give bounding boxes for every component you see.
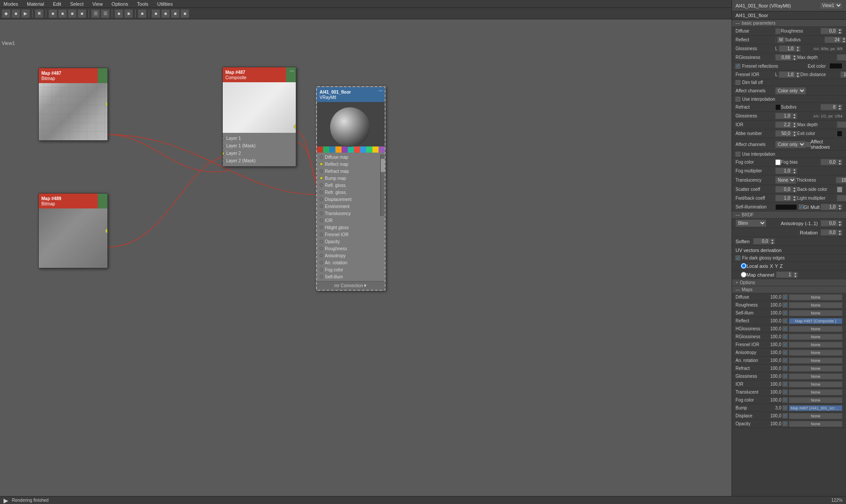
toolbar-btn-3[interactable]: ▶ (21, 9, 30, 18)
gloss-refract-input[interactable] (775, 113, 792, 119)
maps-row-btn-2[interactable]: None (789, 310, 842, 316)
vray-slot-roughness[interactable]: Roughness (319, 245, 383, 252)
maps-row-btn-14[interactable]: Map #487 (Al41_001_scratches.jpg) (789, 405, 842, 411)
maps-row-cb-1[interactable] (783, 303, 787, 307)
fresnel-checkbox[interactable] (736, 64, 740, 69)
maps-row-btn-3[interactable]: Map #487 (Composite ) (789, 318, 842, 324)
fog-bias-input[interactable] (820, 159, 837, 165)
fog-color-swatch[interactable] (775, 159, 781, 165)
roughness-input[interactable] (820, 28, 837, 34)
toolbar-btn-6[interactable]: ■ (58, 9, 67, 18)
exit-color-swatch[interactable] (829, 63, 842, 69)
rgloss-spin[interactable]: ▲ ▼ (775, 54, 797, 61)
toolbar-btn-11[interactable]: ■ (114, 9, 123, 18)
node-composite-output[interactable] (294, 124, 296, 129)
toolbar-btn-17[interactable]: ■ (180, 9, 189, 18)
fwdback-input[interactable] (775, 195, 792, 201)
rotation-input[interactable] (820, 229, 837, 236)
vray-slot-hilight[interactable]: Hilight gloss (319, 224, 383, 231)
menu-modes[interactable]: Modes (2, 1, 20, 7)
brdf-type-select[interactable]: Blinn (736, 219, 766, 227)
translucency-select[interactable]: None (775, 176, 796, 184)
dim-dist-input[interactable] (840, 71, 846, 78)
maps-row-cb-3[interactable] (783, 318, 787, 323)
map-channel-radio[interactable] (741, 272, 747, 278)
toolbar-btn-10[interactable]: ☰ (101, 9, 110, 18)
anisotropy-input[interactable] (820, 220, 837, 226)
toolbar-btn-9[interactable]: ☰ (91, 9, 100, 18)
gloss-l-spin[interactable]: ▲ ▼ (779, 45, 801, 52)
vray-slot-fresnel-ior[interactable]: Fresnel IOR (319, 231, 383, 238)
maps-row-btn-11[interactable]: None (789, 381, 842, 387)
soften-spin[interactable]: ▲ ▼ (753, 238, 775, 245)
toolbar-btn-8[interactable]: ■ (77, 9, 86, 18)
maps-row-cb-6[interactable] (783, 342, 787, 347)
maps-row-cb-7[interactable] (783, 350, 787, 355)
subdivs-up[interactable]: ▲ (841, 37, 846, 40)
node-bitmap2[interactable]: Map #489 Bitmap (38, 193, 108, 268)
use-interp1-checkbox[interactable] (736, 97, 740, 102)
thickness-spin[interactable]: ▲ ▼ (836, 177, 846, 183)
vray-slot-displacement[interactable]: Displacement (319, 196, 383, 203)
roughness-spinbox[interactable]: ▲ ▼ (820, 28, 842, 34)
maxdepth-input[interactable] (837, 54, 846, 61)
slot-layer1[interactable]: Layer 1 (226, 135, 292, 142)
local-axis-radio[interactable] (741, 263, 747, 269)
affect-shadows-cb[interactable] (806, 142, 811, 147)
fix-dark-cb[interactable] (736, 256, 740, 260)
slot-layer2[interactable]: Layer 2 (226, 150, 292, 157)
maps-row-cb-16[interactable] (783, 421, 787, 426)
toolbar-btn-7[interactable]: ■ (68, 9, 77, 18)
vray-slot-reflect[interactable]: Reflect map (319, 161, 383, 168)
node-composite-close[interactable]: — (290, 68, 294, 73)
vray-slot-self-illum[interactable]: Self-illum (319, 273, 383, 280)
soften-input[interactable] (753, 238, 770, 245)
vray-slot-bump[interactable]: Bump map (319, 175, 383, 182)
menu-view[interactable]: View (91, 1, 105, 7)
node-bitmap1[interactable]: Map #487 Bitmap (38, 68, 108, 141)
maxdepth-spin[interactable]: ▲ ▼ (837, 54, 846, 61)
maps-row-btn-6[interactable]: None (789, 342, 842, 348)
vray-slot-fog-color[interactable]: Fog color (319, 266, 383, 273)
toolbar-btn-4[interactable]: ✖ (35, 9, 44, 18)
toolbar-btn-15[interactable]: ■ (161, 9, 170, 18)
menu-edit[interactable]: Edit (51, 1, 63, 7)
vray-slot-environment[interactable]: Environment (319, 203, 383, 210)
reflect-swatch[interactable] (775, 37, 776, 43)
vray-slot-diffuse[interactable]: Diffuse map (319, 153, 383, 161)
rotation-spin[interactable]: ▲ ▼ (820, 229, 842, 236)
dim-dist-spin[interactable]: ▲ ▼ (840, 71, 846, 78)
scatter-input[interactable] (775, 186, 792, 193)
use-interp2-checkbox[interactable] (736, 152, 740, 157)
vray-slot-refract[interactable]: Refract map (319, 168, 383, 175)
refract-subdivs-input[interactable] (820, 104, 837, 110)
param-fresnel[interactable]: Fresnel reflections Exit color (732, 62, 846, 70)
toolbar-btn-12[interactable]: ■ (124, 9, 133, 18)
scatter-spin[interactable]: ▲ ▼ (775, 186, 797, 193)
slot-layer1-mask[interactable]: Layer 1 (Mask) (226, 142, 292, 150)
maps-row-cb-11[interactable] (783, 382, 787, 387)
node-bitmap1-output[interactable] (105, 102, 108, 106)
toolbar-btn-1[interactable]: ◆ (2, 9, 11, 18)
mr-connection[interactable]: mr Connection ▼ (317, 281, 385, 290)
map-channel-spin[interactable]: ▲ ▼ (776, 271, 798, 278)
vray-slot-opacity[interactable]: Opacity (319, 238, 383, 245)
roughness-down[interactable]: ▼ (837, 31, 842, 34)
maps-row-btn-10[interactable]: None (789, 373, 842, 380)
refract-swatch[interactable] (775, 104, 781, 110)
menu-material[interactable]: Material (25, 1, 46, 7)
maps-row-cb-5[interactable] (783, 334, 787, 339)
rgloss-input[interactable] (775, 54, 792, 61)
fwdback-spin[interactable]: ▲ ▼ (775, 195, 797, 201)
map-channel-input[interactable] (776, 271, 793, 278)
abbe-spin[interactable]: ▲ ▼ (775, 130, 797, 137)
dimfall-checkbox[interactable] (736, 80, 740, 85)
maps-row-btn-8[interactable]: None (789, 358, 842, 364)
subdivs-input[interactable] (824, 37, 841, 43)
diffuse-swatch[interactable] (775, 28, 781, 34)
backside-swatch[interactable] (837, 186, 842, 193)
node-vray-scrollbar[interactable] (381, 159, 385, 172)
maps-row-cb-2[interactable] (783, 310, 787, 315)
node-vray[interactable]: Al41_001_floor VRayMtl — Diffuse ma (316, 86, 386, 291)
maps-row-btn-4[interactable]: None (789, 326, 842, 332)
